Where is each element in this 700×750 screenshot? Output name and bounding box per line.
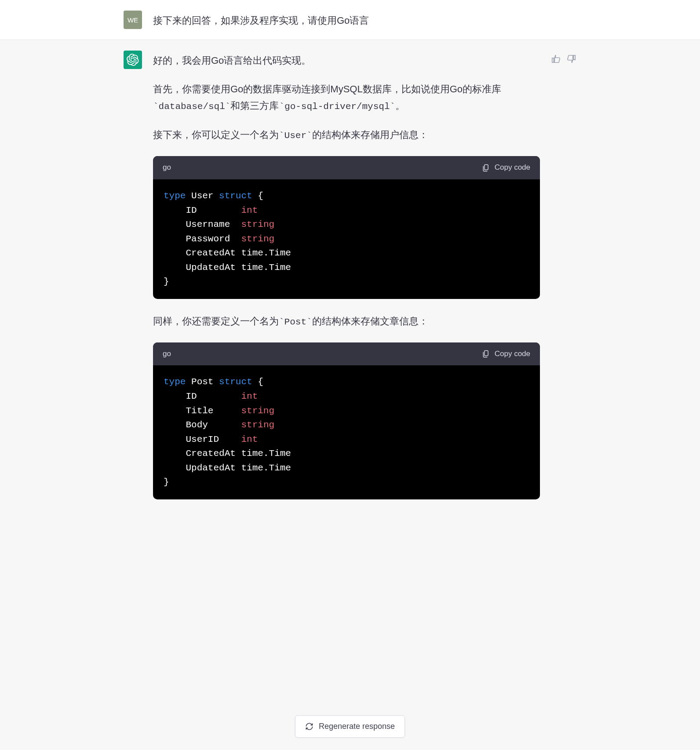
copy-code-label: Copy code	[495, 348, 530, 360]
assistant-message-row: 好的，我会用Go语言给出代码实现。 首先，你需要使用Go的数据库驱动连接到MyS…	[0, 40, 700, 524]
copy-code-button[interactable]: Copy code	[481, 348, 530, 360]
clipboard-icon	[481, 164, 490, 172]
code-language-label: go	[163, 348, 171, 360]
assistant-paragraph-2: 首先，你需要使用Go的数据库驱动连接到MySQL数据库，比如说使用Go的标准库`…	[153, 81, 540, 114]
assistant-paragraph-4: 同样，你还需要定义一个名为`Post`的结构体来存储文章信息：	[153, 313, 540, 330]
inline-code: `database/sql`	[153, 102, 230, 112]
assistant-paragraph-1: 好的，我会用Go语言给出代码实现。	[153, 52, 540, 69]
assistant-paragraph-3: 接下来，你可以定义一个名为`User`的结构体来存储用户信息：	[153, 127, 540, 144]
thumbs-down-icon[interactable]	[567, 54, 576, 64]
code-body: type User struct { ID int Username strin…	[153, 179, 540, 299]
clipboard-icon	[481, 350, 490, 358]
user-message-text: 接下来的回答，如果涉及程序实现，请使用Go语言	[153, 12, 539, 29]
openai-logo-icon	[127, 54, 139, 66]
code-body: type Post struct { ID int Title string B…	[153, 365, 540, 499]
svg-rect-1	[484, 351, 488, 356]
code-language-label: go	[163, 161, 171, 174]
inline-code: `go-sql-driver/mysql`	[279, 102, 395, 112]
code-block-user-struct: go Copy code type User struct { ID int U…	[153, 156, 540, 299]
assistant-avatar	[124, 51, 142, 69]
inline-code: `Post`	[279, 317, 312, 327]
inline-code: `User`	[279, 131, 312, 141]
code-block-post-struct: go Copy code type Post struct { ID int T…	[153, 342, 540, 499]
thumbs-up-icon[interactable]	[551, 54, 561, 64]
copy-code-label: Copy code	[495, 161, 530, 174]
user-message-row: WE 接下来的回答，如果涉及程序实现，请使用Go语言	[0, 0, 700, 40]
svg-rect-0	[484, 164, 488, 170]
feedback-actions	[551, 51, 576, 513]
user-avatar: WE	[124, 11, 142, 29]
copy-code-button[interactable]: Copy code	[481, 161, 530, 174]
